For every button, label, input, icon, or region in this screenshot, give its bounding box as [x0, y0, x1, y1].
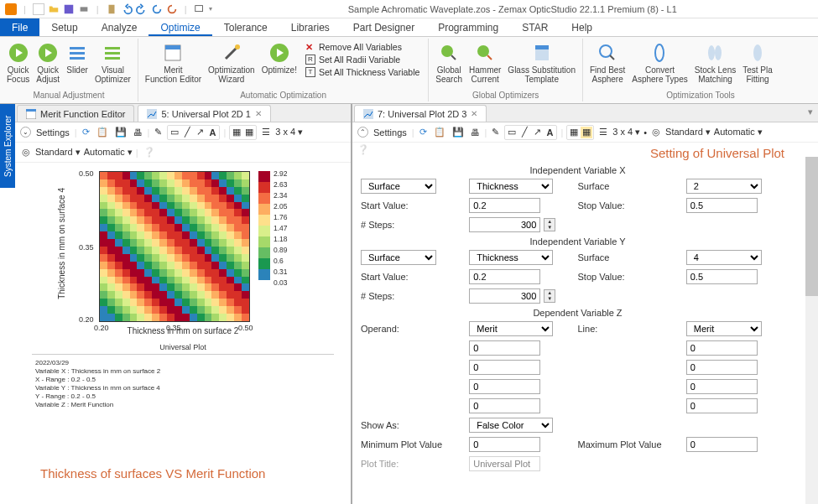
text-icon[interactable]: A	[544, 127, 555, 138]
menu-file[interactable]: File	[0, 18, 39, 36]
x-param-select[interactable]: Thickness	[469, 179, 553, 194]
minpv-input[interactable]	[469, 437, 540, 452]
automatic-dropdown[interactable]: Automatic ▾	[714, 127, 763, 138]
line-icon[interactable]: ╱	[181, 127, 193, 138]
new-icon[interactable]	[33, 3, 44, 15]
tab-drop-icon[interactable]: ▾	[803, 104, 818, 122]
settings-button[interactable]: Settings	[372, 127, 409, 138]
menu-partdesigner[interactable]: Part Designer	[341, 18, 426, 36]
x-steps-input[interactable]	[469, 217, 540, 232]
x-start-input[interactable]	[469, 198, 540, 213]
pencil-icon[interactable]: ✎	[153, 126, 164, 138]
refresh-icon[interactable]: ⟳	[418, 126, 429, 138]
z-v1-input[interactable]	[469, 340, 540, 356]
grid1-icon[interactable]: ▦	[231, 127, 242, 138]
rect-icon[interactable]: ▭	[169, 127, 180, 138]
window-drop-icon[interactable]	[194, 3, 206, 15]
help-icon[interactable]: ❔	[357, 144, 369, 154]
grid1-icon[interactable]: ▦	[568, 127, 580, 138]
y-surface-select[interactable]: 4	[686, 250, 762, 265]
z-line-select[interactable]: Merit	[686, 321, 762, 336]
scrollbar[interactable]	[805, 157, 818, 504]
copy-icon[interactable]: 📋	[432, 126, 447, 138]
refresh-icon[interactable]: ⟳	[81, 126, 91, 138]
layers-icon[interactable]: ☰	[260, 126, 272, 138]
tab-merit-editor[interactable]: Merit Function Editor	[17, 105, 134, 122]
remove-all-variables[interactable]: ✕Remove All Variables	[305, 42, 419, 52]
menu-libraries[interactable]: Libraries	[279, 18, 341, 36]
menu-star[interactable]: STAR	[510, 18, 560, 36]
save-icon[interactable]	[63, 3, 75, 15]
find-best-asphere-button[interactable]: Find BestAsphere	[586, 40, 628, 86]
refresh-icon[interactable]	[151, 3, 163, 15]
chevron-up-icon[interactable]: ⌃	[357, 127, 368, 138]
set-all-radii[interactable]: RSet All Radii Variable	[305, 55, 419, 65]
arrow-icon[interactable]: ↗	[194, 127, 206, 138]
system-explorer-tab[interactable]: System Explorer	[0, 104, 15, 188]
z-w4-input[interactable]	[686, 398, 758, 413]
y-category-select[interactable]: Surface	[361, 250, 436, 265]
text-icon[interactable]: A	[206, 127, 218, 138]
y-steps-stepper[interactable]: ▲▼	[544, 289, 555, 303]
help-icon[interactable]: ❔	[142, 146, 157, 158]
target-icon[interactable]: ◎	[650, 126, 662, 138]
z-operand-select[interactable]: Merit	[469, 321, 553, 336]
pencil-icon[interactable]: ✎	[490, 126, 501, 138]
menu-help[interactable]: Help	[560, 18, 604, 36]
redo-icon[interactable]	[136, 3, 148, 15]
undo-icon[interactable]	[121, 3, 133, 15]
close-icon[interactable]: ✕	[255, 109, 262, 118]
grid2-icon[interactable]: ▦	[581, 127, 592, 138]
standard-dropdown[interactable]: Standard ▾	[35, 147, 81, 158]
x-steps-stepper[interactable]: ▲▼	[544, 218, 555, 231]
menu-analyze[interactable]: Analyze	[90, 18, 149, 36]
target-icon[interactable]: ◎	[20, 146, 32, 158]
menu-optimize[interactable]: Optimize	[148, 18, 211, 36]
quick-focus-button[interactable]: QuickFocus	[3, 40, 33, 86]
y-param-select[interactable]: Thickness	[469, 250, 553, 265]
print-icon[interactable]: 🖶	[132, 127, 144, 138]
tab-plot-3[interactable]: 7: Universal Plot 2D 3 ✕	[354, 105, 487, 122]
glass-sub-button[interactable]: Glass SubstitutionTemplate	[504, 40, 579, 86]
menu-programming[interactable]: Programming	[426, 18, 510, 36]
line-icon[interactable]: ╱	[518, 127, 530, 138]
chevron-down-icon[interactable]: ⌄	[20, 127, 31, 138]
menu-tolerance[interactable]: Tolerance	[212, 18, 279, 36]
visual-optimizer-button[interactable]: VisualOptimizer	[91, 40, 134, 86]
save-icon[interactable]: 💾	[113, 126, 128, 138]
grid2-icon[interactable]: ▦	[243, 127, 255, 138]
stock-lens-button[interactable]: Stock LensMatching	[691, 40, 739, 86]
showas-select[interactable]: False Color	[469, 418, 553, 433]
automatic-dropdown[interactable]: Automatic ▾	[84, 147, 133, 158]
quick-adjust-button[interactable]: QuickAdjust	[33, 40, 63, 86]
settings-button[interactable]: Settings	[34, 127, 71, 138]
x-category-select[interactable]: Surface	[361, 179, 436, 194]
global-search-button[interactable]: GlobalSearch	[432, 40, 466, 86]
menu-setup[interactable]: Setup	[39, 18, 89, 36]
z-w1-input[interactable]	[686, 340, 758, 356]
x-stop-input[interactable]	[686, 198, 758, 213]
x-surface-select[interactable]: 2	[686, 179, 762, 194]
hammer-current-button[interactable]: HammerCurrent	[466, 40, 504, 86]
print-icon[interactable]: 🖶	[469, 127, 482, 138]
rect-icon[interactable]: ▭	[506, 127, 518, 138]
optimize-button[interactable]: Optimize!	[258, 40, 300, 76]
y-start-input[interactable]	[469, 269, 540, 284]
slider-button[interactable]: Slider	[63, 40, 91, 76]
convert-asphere-button[interactable]: ConvertAsphere Types	[628, 40, 691, 86]
test-plate-button[interactable]: Test PlaFitting	[739, 40, 776, 86]
z-w2-input[interactable]	[686, 360, 758, 375]
grid-dropdown[interactable]: 3 x 4 ▾	[275, 127, 303, 138]
standard-dropdown[interactable]: Standard ▾	[665, 127, 711, 138]
copy-icon[interactable]: 📋	[95, 126, 110, 138]
z-w3-input[interactable]	[686, 379, 758, 394]
layers-icon[interactable]: ☰	[597, 126, 609, 138]
arrow-icon[interactable]: ↗	[531, 127, 543, 138]
merit-editor-button[interactable]: MeritFunction Editor	[142, 40, 205, 86]
paste-icon[interactable]	[106, 3, 117, 15]
refresh-all-icon[interactable]	[166, 3, 178, 15]
tab-plot-1[interactable]: 5: Universal Plot 2D 1 ✕	[138, 105, 270, 122]
open-icon[interactable]	[48, 3, 60, 15]
maxpv-input[interactable]	[686, 437, 758, 452]
y-stop-input[interactable]	[686, 269, 758, 284]
